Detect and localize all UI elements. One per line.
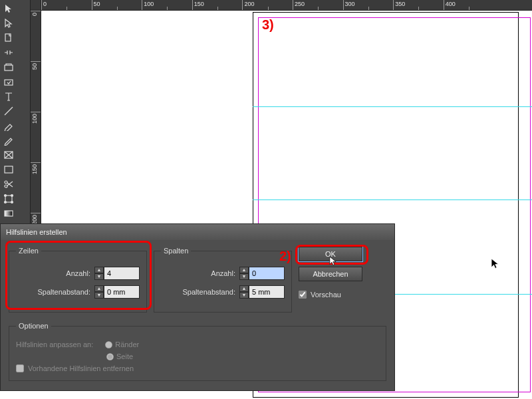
columns-gutter-label: Spaltenabstand: xyxy=(182,288,235,296)
vertical-ruler[interactable]: 050100150200 xyxy=(31,11,41,237)
annotation-2: 2) xyxy=(279,249,291,264)
svg-rect-0 xyxy=(5,34,11,41)
remove-existing-input xyxy=(16,364,24,372)
options-group: Optionen Hilfslinien anpassen an: Ränder… xyxy=(9,322,386,381)
rows-gutter-label: Spaltenabstand: xyxy=(37,288,90,296)
step-up-icon[interactable]: ▲ xyxy=(94,285,104,292)
preview-checkbox[interactable]: Vorschau xyxy=(299,291,341,299)
svg-rect-12 xyxy=(5,211,13,216)
svg-point-5 xyxy=(5,181,7,184)
page-tool[interactable] xyxy=(1,31,15,45)
cancel-button[interactable]: Abbrechen xyxy=(299,267,362,281)
columns-gutter-input[interactable] xyxy=(249,285,285,299)
content-placer-tool[interactable] xyxy=(1,74,15,88)
svg-rect-1 xyxy=(5,65,13,70)
ruler-origin[interactable] xyxy=(31,0,41,11)
rows-gutter-input[interactable] xyxy=(104,285,140,299)
rows-count-stepper[interactable]: ▲▼ xyxy=(94,267,140,280)
annotation-3: 3) xyxy=(262,17,274,33)
guide-line[interactable] xyxy=(253,200,532,200)
remove-existing-checkbox[interactable]: Vorhandene Hilfslinien entfernen xyxy=(16,364,379,372)
create-guides-dialog: Hilfslinien erstellen Zeilen Anzahl: ▲▼ … xyxy=(0,223,395,391)
cursor-icon xyxy=(491,258,501,271)
svg-point-8 xyxy=(4,194,6,196)
fit-guides-label: Hilfslinien anpassen an: xyxy=(16,340,93,348)
preview-label: Vorschau xyxy=(311,291,341,299)
content-collector-tool[interactable] xyxy=(1,60,15,74)
horizontal-ruler[interactable]: 050100150200250300350400 xyxy=(41,0,532,11)
fit-margins-radio[interactable]: Ränder xyxy=(105,340,139,348)
step-down-icon[interactable]: ▼ xyxy=(94,292,104,299)
preview-check-input[interactable] xyxy=(299,291,307,299)
columns-count-stepper[interactable]: ▲▼ xyxy=(239,267,285,280)
rectangle-tool[interactable] xyxy=(1,162,15,176)
selection-tool[interactable] xyxy=(1,1,15,15)
fit-page-radio[interactable]: Seite xyxy=(106,352,133,360)
rows-count-input[interactable] xyxy=(104,267,140,280)
options-legend: Optionen xyxy=(16,322,51,330)
svg-rect-4 xyxy=(5,166,13,173)
rows-gutter-stepper[interactable]: ▲▼ xyxy=(94,285,140,299)
step-up-icon[interactable]: ▲ xyxy=(239,285,249,292)
step-up-icon[interactable]: ▲ xyxy=(94,267,104,273)
gap-tool[interactable] xyxy=(1,45,15,59)
dialog-buttons: OK Abbrechen Vorschau xyxy=(299,247,362,299)
remove-existing-label: Vorhandene Hilfslinien entfernen xyxy=(28,364,134,372)
type-tool[interactable] xyxy=(1,89,15,103)
pencil-tool[interactable] xyxy=(1,133,15,147)
rows-legend: Zeilen xyxy=(16,247,41,255)
step-down-icon[interactable]: ▼ xyxy=(239,273,249,280)
columns-legend: Spalten xyxy=(161,247,191,255)
rows-group: Zeilen Anzahl: ▲▼ Spaltenabstand: ▲▼ xyxy=(9,247,147,313)
svg-point-11 xyxy=(11,201,13,203)
step-down-icon[interactable]: ▼ xyxy=(239,292,249,299)
columns-count-input[interactable] xyxy=(249,267,285,280)
free-transform-tool[interactable] xyxy=(1,192,15,205)
svg-point-10 xyxy=(4,201,6,203)
dialog-title: Hilfslinien erstellen xyxy=(6,228,67,236)
ok-button[interactable]: OK xyxy=(299,247,362,261)
pen-tool[interactable] xyxy=(1,118,15,132)
columns-gutter-stepper[interactable]: ▲▼ xyxy=(239,285,285,299)
svg-point-9 xyxy=(11,194,13,196)
dialog-titlebar[interactable]: Hilfslinien erstellen xyxy=(1,224,394,240)
scissors-tool[interactable] xyxy=(1,177,15,191)
svg-point-6 xyxy=(5,185,7,188)
direct-selection-tool[interactable] xyxy=(1,16,15,30)
line-tool[interactable] xyxy=(1,104,15,118)
rows-count-label: Anzahl: xyxy=(66,269,90,277)
guide-line[interactable] xyxy=(253,106,532,107)
step-down-icon[interactable]: ▼ xyxy=(94,273,104,280)
step-up-icon[interactable]: ▲ xyxy=(239,267,249,273)
rectangle-frame-tool[interactable] xyxy=(1,148,15,162)
svg-rect-7 xyxy=(5,196,12,202)
columns-group: Spalten Anzahl: ▲▼ Spaltenabstand: ▲▼ xyxy=(154,247,292,313)
gradient-swatch-tool[interactable] xyxy=(1,206,15,220)
columns-count-label: Anzahl: xyxy=(211,269,235,277)
